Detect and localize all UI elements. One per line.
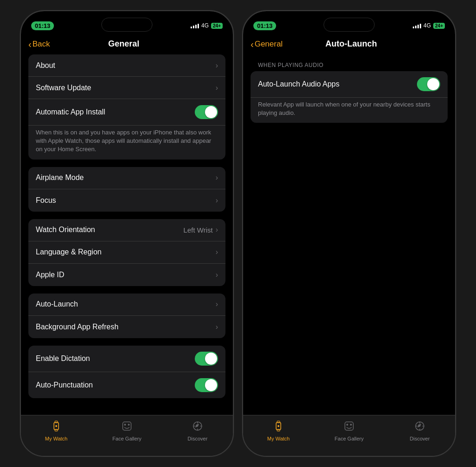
language-region-row[interactable]: Language & Region ›	[28, 241, 225, 264]
settings-content: About › Software Update › Automatic App …	[21, 54, 233, 410]
section-header: WHEN PLAYING AUDIO	[251, 54, 448, 71]
focus-chevron-icon: ›	[216, 196, 218, 205]
face-gallery-tab-label-2: Face Gallery	[335, 436, 364, 441]
svg-marker-17	[417, 424, 421, 427]
auto-launch-label: Auto-Launch	[36, 300, 216, 308]
dictation-toggle-knob	[205, 353, 217, 365]
discover-tab-label-2: Discover	[410, 436, 430, 441]
tab-face-gallery-2[interactable]: Face Gallery	[314, 420, 384, 441]
settings-group-2: Airplane Mode › Focus ›	[28, 167, 225, 212]
auto-punctuation-label: Auto-Punctuation	[36, 381, 195, 389]
discover-icon-2	[414, 420, 426, 434]
signal-icon-2	[413, 23, 421, 28]
tab-my-watch[interactable]: My Watch	[21, 420, 92, 441]
settings-group-4: Auto-Launch › Background App Refresh ›	[28, 294, 225, 338]
auto-launch-audio-label: Auto-Launch Audio Apps	[258, 80, 417, 88]
enable-dictation-row[interactable]: Enable Dictation	[28, 346, 225, 372]
svg-marker-8	[195, 424, 199, 427]
airplane-mode-chevron-icon: ›	[216, 173, 218, 182]
software-update-label: Software Update	[36, 84, 216, 92]
back-button-2[interactable]: ‹ General	[251, 40, 283, 49]
tab-bar: My Watch Face Gallery	[21, 415, 233, 456]
phone-2: 01:13 4G 24+ ‹ General	[242, 10, 456, 457]
status-right-2: 4G 24+	[413, 22, 445, 29]
auto-punctuation-toggle-knob	[205, 379, 217, 391]
apple-id-row[interactable]: Apple ID ›	[28, 264, 225, 286]
back-button[interactable]: ‹ Back	[28, 40, 50, 49]
auto-launch-audio-row[interactable]: Auto-Launch Audio Apps	[251, 71, 448, 98]
apple-id-label: Apple ID	[36, 271, 216, 279]
back-chevron-icon: ‹	[28, 40, 32, 49]
page-title: General	[50, 39, 198, 49]
svg-point-15	[350, 424, 352, 426]
enable-dictation-toggle[interactable]	[195, 352, 218, 366]
face-gallery-icon-2	[343, 420, 355, 434]
background-app-refresh-label: Background App Refresh	[36, 323, 216, 331]
battery-badge: 24+	[211, 23, 223, 29]
watch-orientation-label: Watch Orientation	[36, 226, 184, 234]
auto-launch-audio-toggle-knob	[427, 78, 439, 90]
auto-app-install-desc: When this is on and you have apps on you…	[28, 126, 225, 160]
background-app-refresh-row[interactable]: Background App Refresh ›	[28, 316, 225, 338]
status-time: 01:13	[31, 21, 54, 30]
watch-orientation-row[interactable]: Watch Orientation Left Wrist ›	[28, 219, 225, 241]
my-watch-icon	[50, 420, 62, 434]
tab-bar-2: My Watch Face Gallery	[243, 415, 455, 456]
auto-launch-audio-group: Auto-Launch Audio Apps Relevant App will…	[251, 71, 448, 123]
svg-point-3	[55, 425, 57, 427]
face-gallery-icon	[121, 420, 133, 434]
watch-orientation-chevron-icon: ›	[216, 226, 218, 234]
face-gallery-tab-label-1: Face Gallery	[112, 436, 141, 441]
status-time-2: 01:13	[253, 21, 276, 30]
signal-icon	[191, 23, 199, 28]
auto-app-install-toggle[interactable]	[195, 105, 218, 119]
language-region-chevron-icon: ›	[216, 248, 218, 256]
about-label: About	[36, 61, 216, 70]
status-right: 4G 24+	[191, 22, 223, 29]
back-label: Back	[33, 40, 50, 49]
auto-app-install-row[interactable]: Automatic App Install	[28, 99, 225, 126]
svg-point-6	[128, 424, 130, 426]
auto-launch-content: WHEN PLAYING AUDIO Auto-Launch Audio App…	[243, 54, 455, 123]
about-row[interactable]: About ›	[28, 54, 225, 77]
auto-punctuation-row[interactable]: Auto-Punctuation	[28, 372, 225, 398]
tab-my-watch-2[interactable]: My Watch	[243, 420, 314, 441]
language-region-label: Language & Region	[36, 248, 216, 256]
svg-point-5	[124, 424, 126, 426]
airplane-mode-row[interactable]: Airplane Mode ›	[28, 167, 225, 189]
discover-icon	[192, 420, 204, 434]
tab-face-gallery[interactable]: Face Gallery	[92, 420, 162, 441]
my-watch-icon-2	[272, 420, 284, 434]
auto-launch-audio-toggle[interactable]	[417, 77, 440, 91]
auto-app-install-label: Automatic App Install	[36, 108, 195, 116]
battery-badge-2: 24+	[433, 23, 445, 29]
my-watch-tab-label: My Watch	[45, 436, 68, 441]
nav-bar: ‹ Back General	[21, 35, 233, 54]
focus-label: Focus	[36, 196, 216, 205]
toggle-knob	[205, 106, 217, 118]
settings-group-1: About › Software Update › Automatic App …	[28, 54, 225, 160]
settings-group-3: Watch Orientation Left Wrist › Language …	[28, 219, 225, 286]
network-type-2: 4G	[423, 22, 431, 29]
network-type: 4G	[201, 22, 209, 29]
apple-id-chevron-icon: ›	[216, 271, 218, 279]
nav-bar-2: ‹ General Auto-Launch	[243, 35, 455, 54]
focus-row[interactable]: Focus ›	[28, 189, 225, 212]
watch-orientation-value: Left Wrist	[184, 226, 213, 234]
auto-launch-row[interactable]: Auto-Launch ›	[28, 294, 225, 316]
tab-discover[interactable]: Discover	[162, 420, 233, 441]
my-watch-tab-label-2: My Watch	[267, 436, 290, 441]
enable-dictation-label: Enable Dictation	[36, 354, 195, 363]
auto-punctuation-toggle[interactable]	[195, 378, 218, 392]
auto-launch-audio-desc: Relevant App will launch when one of you…	[251, 98, 448, 123]
back-chevron-icon-2: ‹	[251, 40, 254, 49]
airplane-mode-label: Airplane Mode	[36, 173, 216, 182]
software-update-row[interactable]: Software Update ›	[28, 77, 225, 99]
page-title-2: Auto-Launch	[283, 39, 420, 49]
back-label-2: General	[255, 40, 283, 49]
auto-launch-chevron-icon: ›	[216, 300, 218, 308]
phone-1: 01:13 4G 24+ ‹ Back	[20, 10, 234, 457]
dynamic-island	[101, 18, 152, 32]
dynamic-island-2	[324, 18, 375, 32]
tab-discover-2[interactable]: Discover	[384, 420, 455, 441]
